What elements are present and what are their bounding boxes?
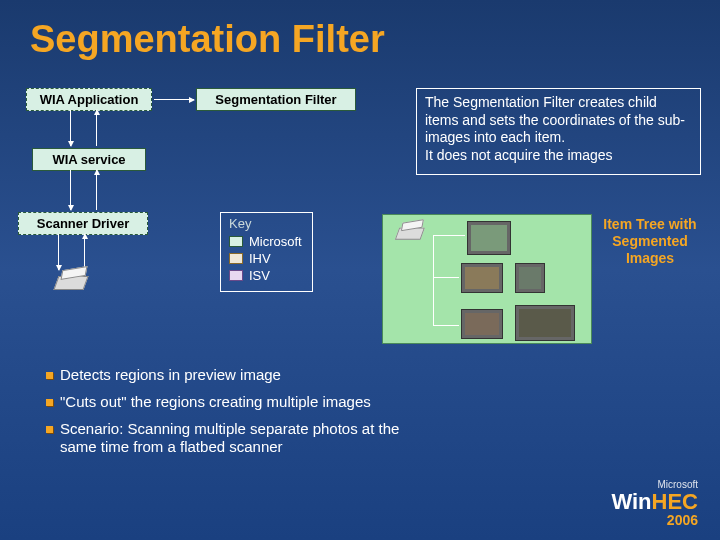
swatch-ihv — [229, 253, 243, 264]
box-segmentation-filter: Segmentation Filter — [196, 88, 356, 111]
logo-product: WinHEC — [611, 490, 698, 513]
box-scanner-driver: Scanner Driver — [18, 212, 148, 235]
key-label-ihv: IHV — [249, 251, 271, 266]
tree-root-thumb — [467, 221, 511, 255]
tree-child-4 — [515, 305, 575, 341]
winhec-logo: Microsoft WinHEC 2006 — [611, 480, 698, 528]
arrow-service-to-app-up — [96, 110, 97, 146]
arrow-app-to-filter — [154, 99, 194, 100]
tree-line-root — [433, 235, 465, 236]
key-label-microsoft: Microsoft — [249, 234, 302, 249]
key-row-ihv: IHV — [229, 251, 302, 266]
item-tree-box — [382, 214, 592, 344]
bullet-1: Detects regions in preview image — [46, 366, 416, 385]
description-box: The Segmentation Filter creates child it… — [416, 88, 701, 175]
bullet-2: "Cuts out" the regions creating multiple… — [46, 393, 416, 412]
bullet-3: Scenario: Scanning multiple separate pho… — [46, 420, 416, 458]
arrow-driver-to-scanner-down — [58, 234, 59, 270]
slide-title: Segmentation Filter — [0, 0, 720, 61]
arrow-scanner-to-driver-up — [84, 234, 85, 270]
tree-scanner-icon — [394, 223, 425, 242]
key-label-isv: ISV — [249, 268, 270, 283]
arrow-service-to-driver-down — [70, 170, 71, 210]
key-title: Key — [229, 216, 302, 231]
bullet-list: Detects regions in preview image "Cuts o… — [46, 364, 416, 465]
key-row-isv: ISV — [229, 268, 302, 283]
swatch-microsoft — [229, 236, 243, 247]
arrow-driver-to-service-up — [96, 170, 97, 210]
description-line1: The Segmentation Filter creates child it… — [425, 94, 692, 147]
item-tree-title: Item Tree with Segmented Images — [600, 216, 700, 266]
description-line2: It does not acquire the images — [425, 147, 692, 165]
key-row-microsoft: Microsoft — [229, 234, 302, 249]
tree-line-a — [433, 277, 459, 278]
tree-child-3 — [461, 309, 503, 339]
swatch-isv — [229, 270, 243, 281]
tree-line-vert — [433, 235, 434, 325]
arrow-app-to-service-down — [70, 110, 71, 146]
diagram-area: WIA Application Segmentation Filter WIA … — [0, 88, 720, 540]
key-legend: Key Microsoft IHV ISV — [220, 212, 313, 292]
box-wia-service: WIA service — [32, 148, 146, 171]
tree-child-1 — [461, 263, 503, 293]
tree-line-b — [433, 325, 459, 326]
logo-product-prefix: Win — [611, 489, 651, 514]
box-wia-application: WIA Application — [26, 88, 152, 111]
tree-child-2 — [515, 263, 545, 293]
scanner-icon — [52, 270, 88, 292]
logo-year: 2006 — [611, 513, 698, 528]
logo-brand: Microsoft — [611, 480, 698, 491]
logo-product-suffix: HEC — [652, 489, 698, 514]
